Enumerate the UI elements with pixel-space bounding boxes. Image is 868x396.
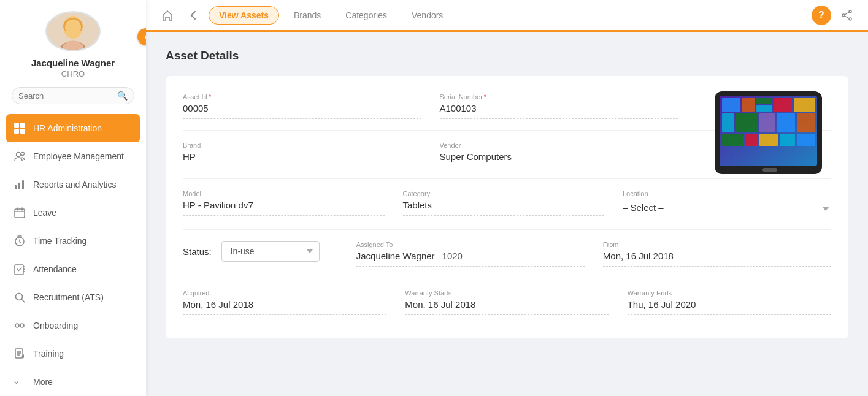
svg-rect-35 [736, 113, 758, 132]
svg-rect-34 [722, 113, 734, 132]
warranty-ends-label: Warranty Ends [628, 289, 831, 297]
field-model: Model HP - Pavilion dv7 [183, 190, 403, 218]
sidebar-item-label: Time Tracking [33, 236, 86, 246]
sidebar-item-employee-management[interactable]: Employee Management [0, 142, 146, 170]
vendor-value: Super Computers [440, 151, 678, 167]
sidebar-item-label: Employee Management [33, 151, 124, 161]
field-warranty-ends: Warranty Ends Thu, 16 Jul 2020 [628, 289, 831, 315]
form-row-5: Acquired Mon, 16 Jul 2018 Warranty Start… [183, 289, 831, 315]
model-label: Model [183, 190, 385, 197]
onboarding-icon [12, 318, 27, 333]
category-value: Tablets [403, 200, 605, 216]
svg-point-22 [849, 10, 851, 13]
svg-rect-30 [756, 98, 772, 104]
field-status: Status: In-use [183, 241, 338, 262]
main-content: View Assets Brands Categories Vendors ? … [146, 0, 868, 396]
sidebar-item-label: Attendance [33, 264, 77, 274]
svg-rect-38 [797, 113, 815, 132]
tab-brands[interactable]: Brands [284, 7, 331, 24]
recruitment-icon [12, 290, 27, 305]
clock-icon [12, 234, 27, 248]
asset-details-form: Asset Id* 00005 Serial Number* A100103 B… [166, 76, 848, 338]
home-button[interactable] [157, 5, 178, 26]
assigned-to-value: Jacqueline Wagner [356, 251, 435, 261]
svg-point-23 [849, 18, 851, 20]
status-select[interactable]: In-use [221, 241, 320, 262]
field-serial-number: Serial Number* A100103 [440, 93, 697, 119]
svg-point-24 [842, 14, 845, 17]
svg-rect-15 [15, 209, 25, 218]
back-button[interactable] [183, 5, 204, 26]
sidebar-item-hr-administration[interactable]: HR Administration [6, 114, 140, 142]
tab-vendors[interactable]: Vendors [402, 7, 453, 24]
svg-rect-31 [756, 105, 772, 112]
svg-point-18 [16, 294, 23, 300]
warranty-starts-value: Mon, 16 Jul 2018 [405, 299, 609, 315]
svg-rect-13 [18, 183, 20, 189]
asset-id-value: 00005 [183, 103, 421, 119]
assigned-to-label: Assigned To [356, 241, 585, 248]
user-name: Jacqueline Wagner [31, 58, 115, 68]
share-button[interactable] [837, 6, 857, 25]
svg-rect-40 [745, 134, 758, 146]
help-button[interactable]: ? [812, 6, 831, 25]
search-input[interactable] [18, 91, 117, 101]
field-brand: Brand HP [183, 142, 440, 167]
acquired-value: Mon, 16 Jul 2018 [183, 299, 386, 315]
chevron-down-icon: ⌄ [12, 375, 27, 389]
svg-point-20 [20, 324, 24, 327]
sidebar-item-recruitment[interactable]: Recruitment (ATS) [0, 283, 146, 311]
svg-point-3 [65, 19, 81, 35]
sidebar-item-attendance[interactable]: Attendance [0, 255, 146, 283]
sidebar-item-time-tracking[interactable]: Time Tracking [0, 227, 146, 255]
sidebar-collapse-button[interactable]: ‹ [137, 28, 146, 45]
more-label: More [33, 377, 53, 387]
svg-rect-28 [722, 98, 740, 112]
assigned-id: 1020 [442, 251, 463, 261]
serial-number-value: A100103 [440, 103, 678, 119]
location-select[interactable]: – Select – [623, 200, 831, 218]
page-title: Asset Details [166, 49, 848, 63]
tab-view-assets[interactable]: View Assets [209, 6, 279, 25]
model-value: HP - Pavilion dv7 [183, 200, 385, 216]
sidebar-item-leave[interactable]: Leave [0, 199, 146, 227]
form-row-4: Status: In-use Assigned To Jacqueline Wa… [183, 241, 831, 267]
sidebar-item-training[interactable]: Training [0, 340, 146, 368]
svg-rect-43 [797, 134, 815, 146]
svg-rect-12 [15, 185, 17, 189]
status-label: Status: [183, 246, 212, 257]
sidebar-item-onboarding[interactable]: Onboarding [0, 311, 146, 340]
search-bar[interactable]: 🔍 [12, 87, 134, 104]
svg-rect-42 [780, 134, 795, 146]
grid-icon [12, 121, 27, 135]
sidebar: ‹ Jacqueline Wagner CHRO 🔍 HR Administra… [0, 0, 146, 396]
svg-rect-9 [20, 129, 25, 134]
training-icon [12, 346, 27, 361]
svg-rect-32 [774, 98, 792, 112]
warranty-ends-value: Thu, 16 Jul 2020 [628, 299, 831, 315]
field-warranty-starts: Warranty Starts Mon, 16 Jul 2018 [405, 289, 627, 315]
sidebar-nav: HR Administration Employee Management Re… [0, 114, 146, 396]
user-role: CHRO [61, 69, 85, 78]
svg-rect-39 [722, 134, 743, 146]
svg-point-11 [21, 153, 25, 156]
sidebar-item-reports[interactable]: Reports and Analytics [0, 170, 146, 199]
field-from: From Mon, 16 Jul 2018 [603, 241, 831, 267]
svg-rect-33 [794, 98, 815, 112]
svg-rect-14 [22, 180, 24, 189]
tab-categories[interactable]: Categories [336, 7, 397, 24]
calendar-icon [12, 205, 27, 220]
avatar [45, 11, 101, 51]
svg-rect-44 [762, 168, 777, 172]
chart-icon [12, 177, 27, 192]
acquired-label: Acquired [183, 289, 386, 297]
svg-point-19 [15, 324, 19, 327]
brand-label: Brand [183, 142, 421, 149]
search-icon[interactable]: 🔍 [117, 91, 128, 101]
warranty-starts-label: Warranty Starts [405, 289, 609, 297]
sidebar-item-label: Training [33, 349, 64, 359]
more-button[interactable]: ⌄ More [0, 368, 146, 396]
svg-rect-37 [777, 113, 795, 132]
assigned-to-value-wrap: Jacqueline Wagner 1020 [356, 251, 585, 267]
field-vendor: Vendor Super Computers [440, 142, 697, 167]
